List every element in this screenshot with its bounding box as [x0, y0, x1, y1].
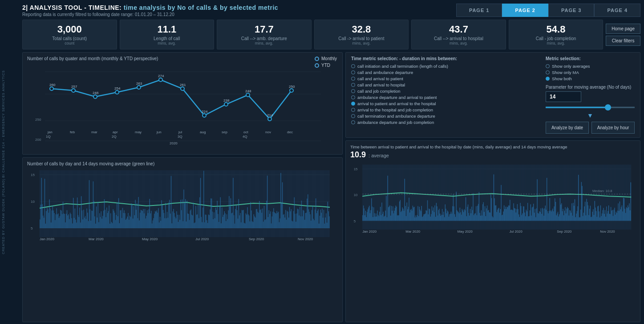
svg-rect-297 — [232, 213, 232, 228]
svg-rect-55 — [40, 219, 40, 228]
svg-rect-75 — [56, 214, 56, 228]
svg-rect-341 — [267, 176, 267, 228]
analyze-by-hour-button[interactable]: Analyze by hour — [591, 122, 635, 134]
radio-item-3[interactable]: call and arrival to hospital — [351, 82, 537, 87]
clear-filters-button[interactable]: Clear filters — [606, 36, 640, 46]
svg-rect-192 — [149, 209, 149, 228]
svg-text:10: 10 — [354, 193, 358, 197]
svg-point-8 — [93, 95, 97, 98]
kpi-sublabel-1: mins, avg. — [126, 41, 209, 45]
svg-rect-56 — [41, 205, 41, 228]
tab-page3[interactable]: PAGE 3 — [548, 4, 595, 17]
svg-rect-348 — [272, 212, 273, 228]
radio-item-8[interactable]: call termination and ambulance departure — [351, 114, 537, 119]
svg-rect-339 — [265, 219, 266, 228]
param-input[interactable] — [546, 91, 581, 102]
svg-rect-398 — [312, 205, 313, 228]
svg-rect-319 — [250, 221, 250, 228]
svg-rect-360 — [282, 182, 283, 228]
kpi-label-2: Call --> amb. departure — [223, 36, 306, 41]
svg-point-13 — [203, 114, 206, 117]
radio-circle-1 — [351, 70, 355, 74]
radio-item-1[interactable]: call and ambulance departure — [351, 70, 537, 75]
svg-rect-240 — [186, 201, 187, 228]
radio-label-2: call and arrival to patient — [357, 76, 403, 81]
svg-rect-213 — [165, 203, 166, 228]
svg-text:nov: nov — [265, 130, 271, 134]
svg-rect-123 — [93, 201, 94, 228]
svg-rect-83 — [62, 214, 62, 228]
top-line-chart: 250 200 — [27, 63, 330, 145]
svg-point-10 — [137, 86, 141, 89]
radio-item-9[interactable]: ambulance departure and job completion — [351, 120, 537, 125]
top-chart-panel: Number of calls by quater and month (mon… — [22, 52, 343, 155]
svg-text:248: 248 — [245, 89, 251, 93]
svg-rect-110 — [83, 210, 84, 228]
svg-rect-209 — [162, 205, 162, 228]
svg-rect-155 — [119, 223, 120, 228]
svg-rect-93 — [70, 213, 70, 228]
home-page-button[interactable]: Home page — [606, 24, 640, 34]
svg-rect-229 — [178, 222, 178, 228]
tab-page4[interactable]: PAGE 4 — [594, 4, 640, 17]
svg-rect-199 — [154, 214, 154, 228]
radio-item-7[interactable]: arrival to the hospital and job completi… — [351, 107, 537, 112]
metric-radio-label-1: Show only MA — [552, 70, 579, 75]
svg-rect-322 — [252, 221, 252, 228]
svg-rect-81 — [60, 210, 61, 228]
metric-right-section: Metric selection: Show only averages Sho… — [546, 56, 635, 134]
svg-rect-381 — [299, 215, 299, 228]
svg-rect-66 — [49, 213, 49, 228]
svg-rect-273 — [213, 219, 213, 228]
chart-legend: Monthly YTD — [315, 56, 337, 68]
svg-rect-283 — [221, 223, 221, 228]
svg-text:sep: sep — [222, 130, 227, 134]
radio-item-2[interactable]: call and arrival to patient — [351, 76, 537, 81]
svg-rect-357 — [279, 218, 280, 228]
radio-circle-9 — [351, 120, 355, 124]
radio-item-4[interactable]: call and job completion — [351, 89, 537, 94]
radio-circle-4 — [351, 89, 355, 93]
tab-page1[interactable]: PAGE 1 — [456, 4, 502, 17]
metric-radio-2[interactable]: Show both — [546, 76, 635, 81]
svg-rect-59 — [43, 216, 43, 228]
svg-rect-413 — [324, 224, 324, 228]
metric-radio-1[interactable]: Show only MA — [546, 70, 635, 75]
metric-radio-0[interactable]: Show only averages — [546, 64, 635, 69]
svg-text:10: 10 — [31, 200, 35, 204]
legend-monthly-label: Monthly — [321, 56, 337, 61]
svg-rect-324 — [254, 214, 254, 228]
svg-text:Nov 2020: Nov 2020 — [298, 237, 313, 241]
svg-rect-159 — [122, 208, 123, 228]
svg-rect-387 — [304, 211, 304, 228]
radio-item-0[interactable]: call initiation and call termination (le… — [351, 64, 537, 69]
svg-rect-332 — [260, 210, 260, 228]
tab-page2[interactable]: PAGE 2 — [502, 4, 548, 17]
svg-rect-309 — [242, 210, 242, 228]
svg-rect-125 — [95, 224, 96, 228]
svg-rect-305 — [239, 199, 239, 228]
radio-item-6[interactable]: arrival to patient and arrival to the ho… — [351, 101, 537, 106]
svg-rect-136 — [104, 199, 105, 228]
svg-rect-364 — [285, 210, 286, 228]
svg-rect-162 — [125, 213, 125, 228]
svg-rect-335 — [262, 209, 263, 228]
svg-rect-232 — [180, 200, 181, 228]
svg-rect-132 — [101, 211, 101, 228]
svg-rect-372 — [292, 221, 292, 228]
svg-rect-182 — [141, 210, 141, 228]
radio-item-5[interactable]: ambulance departure and arrival to patie… — [351, 95, 537, 100]
metric-radio-circle-0 — [546, 64, 550, 68]
slider-container[interactable] — [546, 105, 635, 110]
svg-rect-76 — [57, 208, 57, 228]
svg-rect-356 — [279, 222, 279, 228]
svg-rect-167 — [129, 220, 129, 228]
svg-rect-228 — [177, 215, 178, 228]
svg-rect-178 — [138, 218, 138, 228]
slider-thumb[interactable] — [605, 104, 611, 111]
vertical-label-2: CREATED BY GUSTAW DUDEK (POLAND) — [2, 178, 5, 254]
analyze-by-date-button[interactable]: Analyze by date — [546, 122, 589, 134]
svg-rect-260 — [203, 208, 203, 228]
svg-rect-333 — [261, 209, 261, 228]
svg-rect-242 — [188, 214, 189, 228]
